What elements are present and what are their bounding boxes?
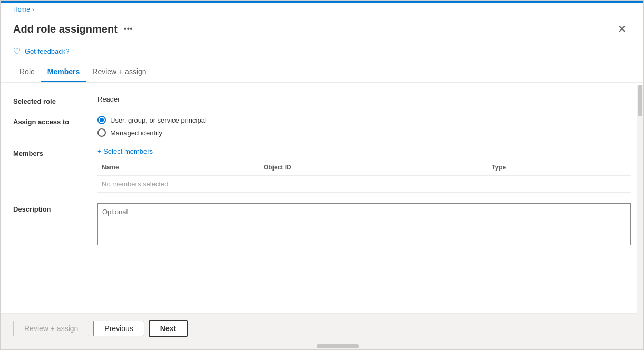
radio-managed-identity-label: Managed identity [110, 129, 162, 137]
radio-group: User, group, or service principal Manage… [97, 116, 631, 137]
members-table: Name Object ID Type No members selected [97, 159, 631, 193]
scrollbar-thumb[interactable] [638, 85, 642, 116]
radio-managed-identity[interactable]: Managed identity [97, 128, 631, 137]
more-options-button[interactable]: ••• [122, 22, 135, 36]
previous-button[interactable]: Previous [93, 321, 144, 336]
tab-members[interactable]: Members [41, 62, 86, 82]
next-button[interactable]: Next [149, 320, 188, 337]
radio-user-group[interactable]: User, group, or service principal [97, 116, 631, 124]
assign-access-label: Assign access to [13, 116, 97, 126]
col-type: Type [487, 159, 631, 176]
review-assign-button[interactable]: Review + assign [13, 321, 89, 336]
selected-role-label: Selected role [13, 95, 97, 105]
breadcrumb-home[interactable]: Home [13, 6, 30, 13]
tab-review-assign[interactable]: Review + assign [86, 62, 152, 82]
empty-members-row: No members selected [97, 176, 631, 193]
col-object-id: Object ID [259, 159, 487, 176]
heart-icon: ♡ [13, 46, 21, 56]
dialog-title: Add role assignment [13, 23, 118, 35]
select-members-link[interactable]: + Select members [97, 147, 631, 155]
tabs-bar: Role Members Review + assign [1, 62, 643, 83]
col-name: Name [97, 159, 259, 176]
assign-access-row: Assign access to User, group, or service… [13, 116, 631, 137]
tab-role[interactable]: Role [13, 62, 41, 82]
breadcrumb-chevron: › [32, 7, 34, 13]
members-area: + Select members Name Object ID Type No … [97, 147, 631, 193]
no-members-message: No members selected [97, 176, 631, 193]
radio-user-group-label: User, group, or service principal [110, 116, 207, 124]
assign-access-options: User, group, or service principal Manage… [97, 116, 631, 137]
radio-user-group-input[interactable] [97, 116, 106, 124]
description-area [97, 203, 631, 247]
breadcrumb[interactable]: Home › [1, 3, 643, 13]
dialog-footer: Review + assign Previous Next [1, 313, 643, 343]
description-label: Description [13, 203, 97, 213]
add-role-assignment-dialog: Home › Add role assignment ••• ✕ ♡ Got f… [0, 0, 644, 350]
selected-role-row: Selected role Reader [13, 95, 631, 105]
radio-managed-identity-input[interactable] [97, 128, 106, 137]
description-input[interactable] [97, 203, 631, 245]
vertical-scrollbar[interactable] [637, 85, 643, 313]
close-button[interactable]: ✕ [613, 22, 631, 36]
members-label: Members [13, 147, 97, 157]
dialog-body: Selected role Reader Assign access to Us… [1, 83, 643, 313]
horizontal-scrollbar-thumb[interactable] [317, 344, 359, 348]
feedback-bar: ♡ Got feedback? [1, 41, 643, 62]
description-row: Description [13, 203, 631, 247]
feedback-link[interactable]: Got feedback? [25, 47, 70, 55]
selected-role-value: Reader [97, 95, 631, 103]
title-area: Add role assignment ••• [13, 22, 135, 36]
members-row: Members + Select members Name Object ID … [13, 147, 631, 193]
horizontal-scrollbar[interactable] [1, 343, 643, 349]
dialog-header: Add role assignment ••• ✕ [1, 13, 643, 41]
content-area: Selected role Reader Assign access to Us… [1, 83, 643, 313]
